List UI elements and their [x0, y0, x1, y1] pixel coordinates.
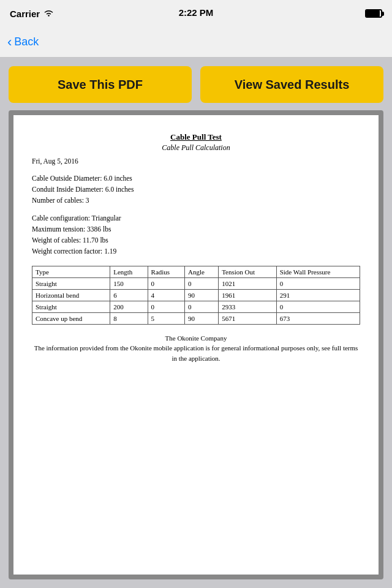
cable-pull-table: TypeLengthRadiusAngleTension OutSide Wal…: [32, 266, 360, 325]
table-cell: 673: [276, 312, 360, 324]
weight-cables: Weight of cables: 11.70 lbs: [32, 235, 360, 246]
cable-config: Cable configuration: Triangular: [32, 213, 360, 224]
table-cell: 8: [110, 312, 148, 324]
table-cell: Horizontal bend: [32, 289, 110, 301]
cable-outside-diameter: Cable Outside Diameter: 6.0 inches: [32, 173, 360, 184]
table-cell: Straight: [32, 277, 110, 289]
table-row: Horizontal bend64901961291: [32, 289, 360, 301]
conduit-inside-diameter: Conduit Inside Diameter: 6.0 inches: [32, 184, 360, 195]
buttons-row: Save This PDF View Saved Results: [9, 66, 383, 103]
table-cell: 90: [185, 312, 219, 324]
nav-bar: ‹ Back: [0, 27, 392, 58]
doc-specs: Cable Outside Diameter: 6.0 inches Condu…: [32, 173, 360, 206]
table-header-cell: Angle: [185, 266, 219, 277]
table-row: Straight2000029330: [32, 301, 360, 312]
pdf-wrapper: Cable Pull Test Cable Pull Calculation F…: [9, 110, 383, 579]
table-cell: 5671: [219, 312, 277, 324]
table-header-cell: Tension Out: [219, 266, 277, 277]
table-cell: 2933: [219, 301, 277, 312]
weight-correction: Weight correction factor: 1.19: [32, 246, 360, 257]
doc-title: Cable Pull Test: [32, 132, 360, 142]
table-row: Straight1500010210: [32, 277, 360, 289]
table-cell: 0: [148, 301, 184, 312]
pdf-document: Cable Pull Test Cable Pull Calculation F…: [13, 115, 379, 575]
view-saved-results-button[interactable]: View Saved Results: [200, 66, 383, 103]
table-cell: 1961: [219, 289, 277, 301]
doc-date: Fri, Aug 5, 2016: [32, 157, 360, 165]
table-cell: 4: [148, 289, 184, 301]
back-label: Back: [14, 36, 39, 48]
footer-company: The Okonite Company: [32, 333, 360, 344]
status-time: 2:22 PM: [179, 7, 214, 18]
max-tension: Maximum tension: 3386 lbs: [32, 224, 360, 235]
table-cell: 6: [110, 289, 148, 301]
table-cell: 0: [276, 301, 360, 312]
footer-disclaimer: The information provided from the Okonit…: [32, 343, 360, 363]
table-cell: 0: [185, 277, 219, 289]
table-header-row: TypeLengthRadiusAngleTension OutSide Wal…: [32, 266, 360, 277]
table-header-cell: Type: [32, 266, 110, 277]
table-cell: 90: [185, 289, 219, 301]
main-content: Save This PDF View Saved Results Cable P…: [0, 58, 392, 588]
table-cell: Straight: [32, 301, 110, 312]
table-cell: 150: [110, 277, 148, 289]
table-cell: 291: [276, 289, 360, 301]
doc-subtitle: Cable Pull Calculation: [32, 143, 360, 153]
table-cell: 0: [276, 277, 360, 289]
table-header-cell: Length: [110, 266, 148, 277]
battery-icon: [365, 9, 382, 18]
number-of-cables: Number of cables: 3: [32, 195, 360, 206]
table-row: Concave up bend85905671673: [32, 312, 360, 324]
table-cell: 0: [148, 277, 184, 289]
back-button[interactable]: ‹ Back: [7, 36, 39, 49]
save-pdf-button[interactable]: Save This PDF: [9, 66, 192, 103]
wifi-icon: [43, 9, 54, 19]
table-cell: 0: [185, 301, 219, 312]
doc-params: Cable configuration: Triangular Maximum …: [32, 213, 360, 257]
doc-footer: The Okonite Company The information prov…: [32, 333, 360, 364]
table-cell: Concave up bend: [32, 312, 110, 324]
back-chevron-icon: ‹: [7, 36, 12, 49]
table-header-cell: Side Wall Pressure: [276, 266, 360, 277]
status-bar: Carrier 2:22 PM: [0, 0, 392, 27]
carrier-info: Carrier: [10, 9, 54, 19]
table-cell: 200: [110, 301, 148, 312]
battery-indicator: [365, 9, 382, 18]
table-cell: 5: [148, 312, 184, 324]
table-header-cell: Radius: [148, 266, 184, 277]
carrier-label: Carrier: [10, 9, 40, 19]
table-cell: 1021: [219, 277, 277, 289]
